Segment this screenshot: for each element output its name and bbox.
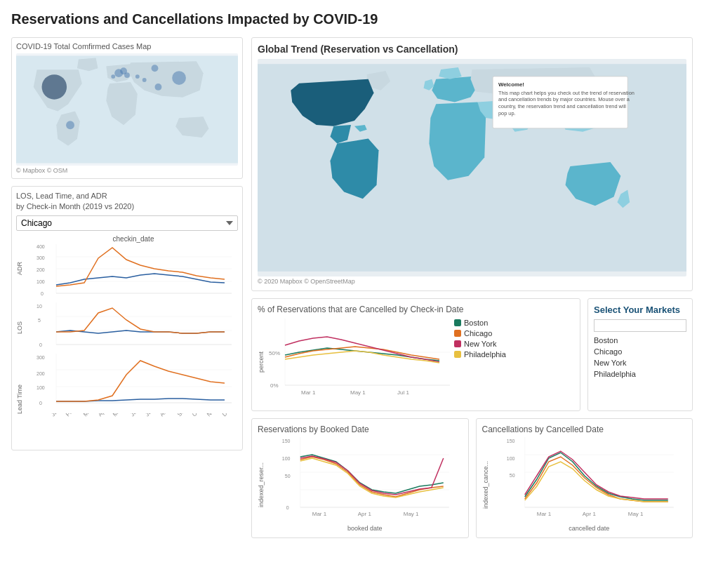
svg-text:150: 150 [506,439,514,443]
los-chart-content: 10 5 0 [29,302,238,354]
market-philadelphia[interactable]: Philadelphia [594,368,686,380]
cancellations-y-label: indexed_cance... [482,437,492,532]
cancellations-chart-content: 150 100 50 Mar 1 Apr 1 May 1 [492,437,687,532]
svg-text:200: 200 [36,371,45,376]
cancellations-svg: 150 100 50 Mar 1 Apr 1 May 1 [492,437,687,521]
adr-chart: ADR checkin_date 400 300 200 10 [16,235,238,302]
page-title: Reservations and Cancellations Impacted … [11,11,693,27]
new-york-legend-dot [454,340,461,347]
svg-text:Jul 1: Jul 1 [397,389,409,396]
svg-point-7 [66,121,74,129]
svg-text:Apr 1: Apr 1 [582,511,596,517]
svg-point-10 [142,78,147,82]
adr-svg: 400 300 200 100 0 [29,244,238,300]
legend-philadelphia: Philadelphia [454,350,538,359]
svg-text:May 1: May 1 [627,511,643,517]
legend-boston: Boston [454,319,538,327]
boston-legend-label: Boston [464,319,488,327]
covid-world-map [16,53,238,166]
covid-map-attribution: © Mapbox © OSM [16,167,238,174]
global-map-container: Welcome! This map chart helps you check … [258,59,686,276]
x-label-april: April [97,413,109,417]
cancellation-y-label: percent [258,319,267,405]
x-label-may: May [112,413,124,417]
markets-list: Boston Chicago New York Philadelphia [594,335,686,380]
markets-section: Select Your Markets Boston Chicago New Y… [587,298,693,411]
left-panel: COVID-19 Total Comfirmed Cases Map [11,37,243,538]
svg-point-9 [135,74,140,79]
svg-text:0: 0 [39,342,42,347]
markets-search-input[interactable] [594,319,686,332]
svg-text:May 1: May 1 [350,389,366,396]
covid-map-title: COVID-19 Total Comfirmed Cases Map [16,42,238,51]
svg-text:100: 100 [506,456,514,461]
market-chicago[interactable]: Chicago [594,346,686,357]
svg-text:Welcome!: Welcome! [498,81,524,88]
covid-map-container [16,53,238,166]
markets-title: Select Your Markets [594,305,686,315]
svg-text:150: 150 [282,439,291,443]
svg-point-8 [152,65,159,72]
reservations-y-label: indexed_reser... [258,437,267,532]
market-new-york[interactable]: New York [594,357,686,368]
svg-text:400: 400 [36,244,45,249]
cancellation-y-wrapper: percent 50% 0% Mar 1 Ma [258,319,450,405]
svg-text:Mar 1: Mar 1 [536,511,551,517]
x-label-august: August [159,413,175,417]
svg-point-2 [172,71,186,85]
svg-text:10: 10 [36,304,42,309]
svg-text:Apr 1: Apr 1 [358,511,372,517]
svg-text:50: 50 [285,474,291,479]
adr-y-label: ADR [16,262,26,275]
svg-text:300: 300 [36,355,45,360]
svg-text:100: 100 [282,456,291,461]
middle-row: % of Reservations that are Cancelled by … [251,298,693,411]
x-label-december: December [221,413,238,417]
checkin-date-label: checkin_date [29,235,238,243]
global-map-attribution: © 2020 Mapbox © OpenStreetMap [258,278,686,285]
svg-point-5 [124,72,130,78]
reservations-chart-title: Reservations by Booked Date [258,425,463,434]
svg-text:0: 0 [286,505,289,510]
los-y-label: LOS [16,321,26,334]
city-dropdown[interactable]: Chicago Boston New York Philadelphia [16,215,238,231]
reservations-svg: 150 100 50 0 Mar 1 Apr 1 May 1 [267,437,463,521]
svg-point-6 [155,83,162,91]
svg-text:0%: 0% [270,382,279,389]
reservations-chart-section: Reservations by Booked Date indexed_rese… [251,418,469,538]
los-chart: LOS 10 5 0 [16,302,238,354]
svg-text:100: 100 [36,279,45,284]
global-trend-section: Global Trend (Reservation vs Cancellatio… [251,37,693,291]
svg-text:5: 5 [38,318,41,323]
new-york-legend-label: New York [464,340,496,348]
cancellation-legend: Boston Chicago New York Philadelphi [454,319,538,405]
global-map-svg: Welcome! This map chart helps you check … [258,59,686,276]
global-trend-title: Global Trend (Reservation vs Cancellatio… [258,44,686,55]
lead-time-y-label: Lead Time [16,385,26,414]
chicago-legend-dot [454,330,461,337]
adr-chart-content: checkin_date 400 300 200 100 0 [29,235,238,302]
svg-text:This map chart helps you check: This map chart helps you check out the t… [498,90,635,96]
svg-text:300: 300 [36,255,45,260]
svg-text:50: 50 [509,473,514,478]
reservations-chart-content: 150 100 50 0 Mar 1 Apr 1 May 1 [267,437,463,532]
svg-point-1 [42,74,67,100]
reservations-y-wrapper: indexed_reser... 150 100 50 0 [258,437,463,532]
los-section: LOS, Lead Time, and ADR by Check-in Mont… [11,186,243,450]
svg-text:pop up.: pop up. [498,110,516,116]
lead-time-svg: 300 200 100 0 [29,354,238,410]
cancellation-title: % of Reservations that are Cancelled by … [258,305,574,314]
svg-text:Mar 1: Mar 1 [312,511,327,517]
svg-text:0: 0 [39,401,42,406]
x-label-july: July [144,413,155,417]
cancellation-chart-content: 50% 0% Mar 1 May 1 Jul 1 [267,319,450,405]
market-boston[interactable]: Boston [594,335,686,346]
covid-map-section: COVID-19 Total Comfirmed Cases Map [11,37,243,179]
svg-text:and cancellation trends by maj: and cancellation trends by major countri… [498,96,630,102]
cancellation-svg: 50% 0% Mar 1 May 1 Jul 1 [267,319,450,403]
svg-text:Mar 1: Mar 1 [301,389,316,396]
x-label-june: June [129,413,142,417]
philadelphia-legend-dot [454,351,461,358]
boston-legend-dot [454,319,461,326]
reservations-x-label: booked date [267,525,463,532]
